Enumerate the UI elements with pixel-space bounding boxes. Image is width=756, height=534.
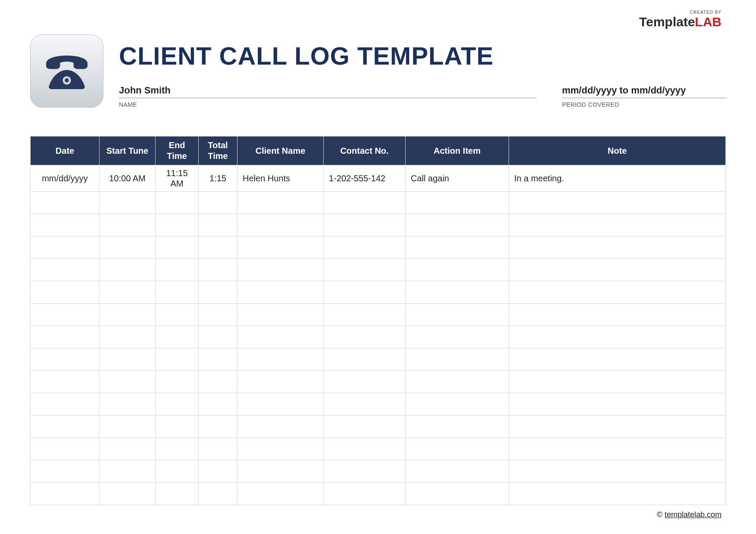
cell-end bbox=[156, 236, 199, 259]
meta-row: John Smith NAME mm/dd/yyyy to mm/dd/yyyy… bbox=[119, 85, 726, 98]
cell-note bbox=[509, 460, 726, 483]
cell-contact bbox=[324, 393, 406, 416]
cell-start bbox=[100, 371, 156, 393]
cell-end bbox=[156, 371, 199, 393]
call-log-table: Date Start Tune End Time Total Time Clie… bbox=[30, 136, 726, 505]
cell-note bbox=[509, 236, 726, 259]
cell-action bbox=[406, 460, 509, 483]
name-value: John Smith bbox=[119, 85, 536, 98]
table-row bbox=[31, 192, 726, 214]
table-row bbox=[31, 281, 726, 304]
cell-contact bbox=[324, 416, 406, 438]
cell-client bbox=[237, 371, 324, 393]
cell-date bbox=[31, 236, 100, 259]
cell-note bbox=[509, 304, 726, 326]
cell-action bbox=[406, 236, 509, 259]
table-row: mm/dd/yyyy10:00 AM11:15 AM1:15Helen Hunt… bbox=[31, 165, 726, 192]
cell-client: Helen Hunts bbox=[237, 165, 324, 192]
col-contact: Contact No. bbox=[324, 137, 406, 165]
cell-date: mm/dd/yyyy bbox=[31, 165, 100, 192]
cell-total bbox=[199, 236, 237, 259]
cell-client bbox=[237, 192, 324, 214]
cell-total bbox=[199, 259, 237, 281]
brand-wordmark: TemplateLAB bbox=[639, 16, 722, 28]
cell-total bbox=[199, 460, 237, 483]
table-row bbox=[31, 259, 726, 281]
cell-start bbox=[100, 304, 156, 326]
cell-contact bbox=[324, 259, 406, 281]
cell-date bbox=[31, 483, 100, 505]
copyright-symbol: © bbox=[657, 510, 662, 519]
cell-end bbox=[156, 438, 199, 460]
cell-client bbox=[237, 326, 324, 348]
cell-contact bbox=[324, 483, 406, 505]
table-row bbox=[31, 416, 726, 438]
cell-start bbox=[100, 214, 156, 236]
document-header: CLIENT CALL LOG TEMPLATE John Smith NAME… bbox=[30, 34, 726, 108]
cell-total bbox=[199, 304, 237, 326]
cell-note bbox=[509, 483, 726, 505]
cell-date bbox=[31, 371, 100, 393]
period-label: PERIOD COVERED bbox=[562, 99, 619, 108]
cell-end bbox=[156, 483, 199, 505]
cell-client bbox=[237, 304, 324, 326]
cell-client bbox=[237, 348, 324, 371]
cell-contact bbox=[324, 281, 406, 304]
cell-start bbox=[100, 192, 156, 214]
cell-end bbox=[156, 259, 199, 281]
cell-contact bbox=[324, 236, 406, 259]
cell-start bbox=[100, 326, 156, 348]
cell-end bbox=[156, 348, 199, 371]
cell-end bbox=[156, 304, 199, 326]
cell-total bbox=[199, 483, 237, 505]
cell-action bbox=[406, 304, 509, 326]
cell-action bbox=[406, 348, 509, 371]
meta-name: John Smith NAME bbox=[119, 85, 536, 98]
cell-date bbox=[31, 416, 100, 438]
brand-name-part1: Template bbox=[639, 15, 695, 29]
cell-date bbox=[31, 460, 100, 483]
period-value: mm/dd/yyyy to mm/dd/yyyy bbox=[562, 85, 726, 98]
cell-end bbox=[156, 214, 199, 236]
cell-client bbox=[237, 393, 324, 416]
cell-action: Call again bbox=[406, 165, 509, 192]
cell-action bbox=[406, 393, 509, 416]
cell-start: 10:00 AM bbox=[100, 165, 156, 192]
cell-start bbox=[100, 460, 156, 483]
cell-end bbox=[156, 192, 199, 214]
cell-total bbox=[199, 214, 237, 236]
cell-total bbox=[199, 192, 237, 214]
cell-total bbox=[199, 281, 237, 304]
phone-icon bbox=[30, 34, 103, 108]
cell-end bbox=[156, 281, 199, 304]
table-row bbox=[31, 371, 726, 393]
cell-end bbox=[156, 393, 199, 416]
cell-action bbox=[406, 438, 509, 460]
table-row bbox=[31, 438, 726, 460]
cell-total: 1:15 bbox=[199, 165, 237, 192]
cell-action bbox=[406, 192, 509, 214]
cell-note bbox=[509, 371, 726, 393]
cell-end bbox=[156, 326, 199, 348]
cell-date bbox=[31, 214, 100, 236]
cell-note bbox=[509, 438, 726, 460]
cell-client bbox=[237, 438, 324, 460]
cell-date bbox=[31, 281, 100, 304]
footer-link[interactable]: templatelab.com bbox=[665, 510, 722, 519]
cell-action bbox=[406, 371, 509, 393]
cell-note bbox=[509, 348, 726, 371]
cell-start bbox=[100, 393, 156, 416]
table-row bbox=[31, 214, 726, 236]
cell-client bbox=[237, 460, 324, 483]
cell-contact bbox=[324, 348, 406, 371]
cell-client bbox=[237, 483, 324, 505]
table-body: mm/dd/yyyy10:00 AM11:15 AM1:15Helen Hunt… bbox=[31, 165, 726, 505]
cell-note bbox=[509, 326, 726, 348]
brand-created-by: CREATED BY bbox=[639, 10, 722, 15]
cell-contact bbox=[324, 192, 406, 214]
table-row bbox=[31, 483, 726, 505]
brand-logo: CREATED BY TemplateLAB bbox=[639, 10, 722, 28]
table-row bbox=[31, 236, 726, 259]
cell-contact bbox=[324, 304, 406, 326]
title-block: CLIENT CALL LOG TEMPLATE John Smith NAME… bbox=[119, 34, 726, 98]
